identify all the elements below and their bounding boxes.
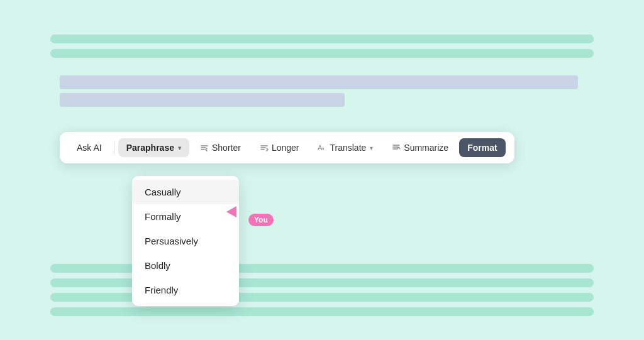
- dropdown-item-label: Friendly: [145, 285, 178, 295]
- dropdown-item-friendly[interactable]: Friendly: [132, 278, 239, 302]
- translate-label: Translate: [330, 143, 366, 153]
- ask-ai-label: Ask AI: [77, 143, 102, 153]
- svg-text:a: a: [321, 146, 325, 151]
- dropdown-item-casually[interactable]: Casually: [132, 180, 239, 204]
- dropdown-item-label: Formally: [145, 211, 181, 222]
- ai-toolbar: Ask AI Paraphrase ▾ Shorter Longer A a: [60, 132, 514, 163]
- dropdown-item-label: Casually: [145, 187, 181, 197]
- shorter-label: Shorter: [212, 143, 241, 153]
- paraphrase-button[interactable]: Paraphrase ▾: [118, 138, 189, 157]
- you-badge-label: You: [254, 216, 268, 224]
- dropdown-item-label: Persuasively: [145, 236, 198, 246]
- selected-line-1: [60, 75, 578, 89]
- selected-text-block: [60, 75, 578, 107]
- format-button[interactable]: Format: [459, 138, 505, 157]
- dropdown-item-boldly[interactable]: Boldly: [132, 253, 239, 278]
- translate-button[interactable]: A a Translate ▾: [309, 138, 381, 157]
- dropdown-item-label: Boldly: [145, 260, 170, 271]
- dropdown-item-persuasively[interactable]: Persuasively: [132, 229, 239, 253]
- chevron-down-icon: ▾: [178, 145, 181, 151]
- toolbar-divider: [114, 141, 114, 154]
- ask-ai-button[interactable]: Ask AI: [69, 138, 110, 157]
- summarize-button[interactable]: Summarize: [384, 138, 457, 157]
- paraphrase-label: Paraphrase: [126, 143, 174, 153]
- selected-line-2: [60, 93, 345, 107]
- longer-label: Longer: [272, 143, 299, 153]
- paraphrase-dropdown: Casually Formally Persuasively Boldly Fr…: [132, 176, 239, 306]
- you-badge: You: [248, 214, 274, 226]
- bg-line: [50, 49, 594, 58]
- longer-icon: [260, 143, 269, 152]
- summarize-icon: [392, 143, 401, 152]
- bg-line: [50, 35, 594, 43]
- longer-button[interactable]: Longer: [252, 138, 308, 157]
- summarize-label: Summarize: [404, 143, 448, 153]
- background-lines: [0, 0, 644, 340]
- dropdown-item-formally[interactable]: Formally: [132, 204, 239, 229]
- chevron-down-icon-translate: ▾: [370, 145, 373, 151]
- format-label: Format: [467, 143, 497, 153]
- bg-line: [50, 307, 594, 316]
- translate-icon: A a: [318, 143, 326, 152]
- shorter-icon: [200, 143, 209, 152]
- shorter-button[interactable]: Shorter: [192, 138, 249, 157]
